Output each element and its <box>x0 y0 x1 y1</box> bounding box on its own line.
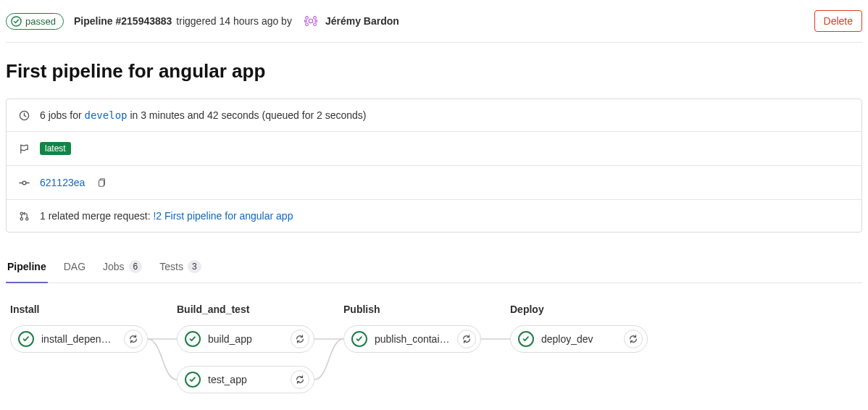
success-icon <box>518 331 534 347</box>
stage-title: Deploy <box>510 304 648 315</box>
tab-dag[interactable]: DAG <box>62 253 87 283</box>
jobs-count: 6 <box>129 260 143 273</box>
svg-point-1 <box>309 19 313 23</box>
job-name: deploy_dev <box>541 333 617 345</box>
svg-point-7 <box>315 20 317 22</box>
pipeline-graph: Install install_depend… Build_and_test b… <box>6 283 862 410</box>
status-label: passed <box>25 16 56 27</box>
stage-column: Install install_depend… <box>10 304 148 406</box>
success-icon <box>185 372 201 388</box>
stage-title: Install <box>10 304 148 315</box>
tab-jobs[interactable]: Jobs6 <box>101 253 143 283</box>
stage-title: Publish <box>343 304 481 315</box>
commit-sha-link[interactable]: 621123ea <box>40 177 85 188</box>
stage-title: Build_and_test <box>177 304 314 315</box>
stage-column: Deploy deploy_dev <box>510 304 648 406</box>
svg-point-4 <box>306 23 309 26</box>
svg-point-11 <box>20 212 22 214</box>
svg-point-2 <box>306 17 309 20</box>
job-name: publish_contai… <box>375 333 450 345</box>
job-chip[interactable]: build_app <box>177 325 314 353</box>
job-chip[interactable]: deploy_dev <box>510 325 648 353</box>
status-badge[interactable]: passed <box>6 13 64 30</box>
copy-icon <box>96 177 107 188</box>
svg-point-9 <box>22 181 26 185</box>
check-circle-icon <box>11 16 22 27</box>
retry-icon <box>462 334 472 344</box>
retry-icon <box>628 334 638 344</box>
retry-icon <box>295 334 305 344</box>
merge-request-icon <box>18 210 30 222</box>
retry-icon <box>295 375 305 385</box>
clock-icon <box>18 109 30 121</box>
delete-button[interactable]: Delete <box>814 10 862 32</box>
stage-column: Publish publish_contai… <box>343 304 481 406</box>
svg-point-13 <box>25 217 28 219</box>
stage-column: Build_and_test build_app test_app <box>177 304 314 406</box>
retry-button[interactable] <box>457 330 476 348</box>
merge-request-link[interactable]: !2 First pipeline for angular app <box>153 210 293 222</box>
latest-badge: latest <box>40 142 71 155</box>
svg-rect-10 <box>99 180 104 187</box>
job-chip[interactable]: install_depend… <box>10 325 148 353</box>
author-name[interactable]: Jérémy Bardon <box>325 15 399 27</box>
pipeline-info-box: 6 jobs for develop in 3 minutes and 42 s… <box>6 99 862 233</box>
page-title: First pipeline for angular app <box>6 60 862 83</box>
retry-button[interactable] <box>291 330 309 348</box>
success-icon <box>351 331 367 347</box>
tests-count: 3 <box>188 260 201 273</box>
job-name: test_app <box>208 374 283 385</box>
triggered-text: triggered 14 hours ago by <box>176 15 292 27</box>
retry-button[interactable] <box>291 370 309 389</box>
svg-point-5 <box>314 23 317 26</box>
jobs-summary: 6 jobs for develop in 3 minutes and 42 s… <box>40 109 367 121</box>
mr-text: 1 related merge request: !2 First pipeli… <box>40 210 293 222</box>
success-icon <box>185 331 201 347</box>
avatar[interactable] <box>302 12 320 30</box>
job-chip[interactable]: publish_contai… <box>343 325 481 353</box>
commit-icon <box>18 177 30 188</box>
svg-point-3 <box>314 17 317 20</box>
job-name: build_app <box>208 333 283 345</box>
job-chip[interactable]: test_app <box>177 366 314 393</box>
svg-point-6 <box>304 20 306 22</box>
svg-point-12 <box>20 217 22 219</box>
copy-sha-button[interactable] <box>95 176 108 189</box>
tab-pipeline[interactable]: Pipeline <box>6 253 48 283</box>
retry-icon <box>128 334 138 344</box>
flag-icon <box>18 143 30 154</box>
tab-tests[interactable]: Tests3 <box>158 253 202 283</box>
success-icon <box>18 331 34 347</box>
job-name: install_depend… <box>41 333 117 345</box>
retry-button[interactable] <box>624 330 643 348</box>
pipeline-id: Pipeline #215943883 <box>74 15 172 27</box>
tabs: Pipeline DAG Jobs6 Tests3 <box>6 253 862 283</box>
branch-link[interactable]: develop <box>84 109 127 121</box>
retry-button[interactable] <box>124 330 143 348</box>
